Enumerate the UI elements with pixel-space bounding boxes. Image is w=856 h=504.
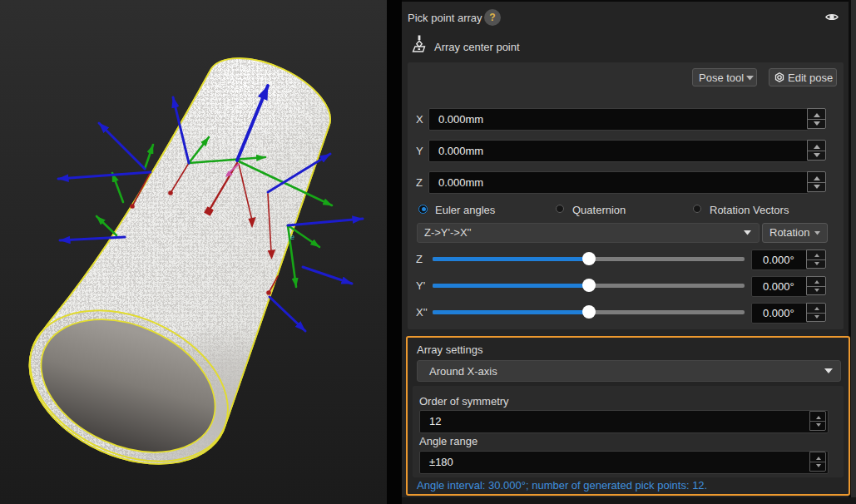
svg-text:e: e — [290, 233, 294, 241]
